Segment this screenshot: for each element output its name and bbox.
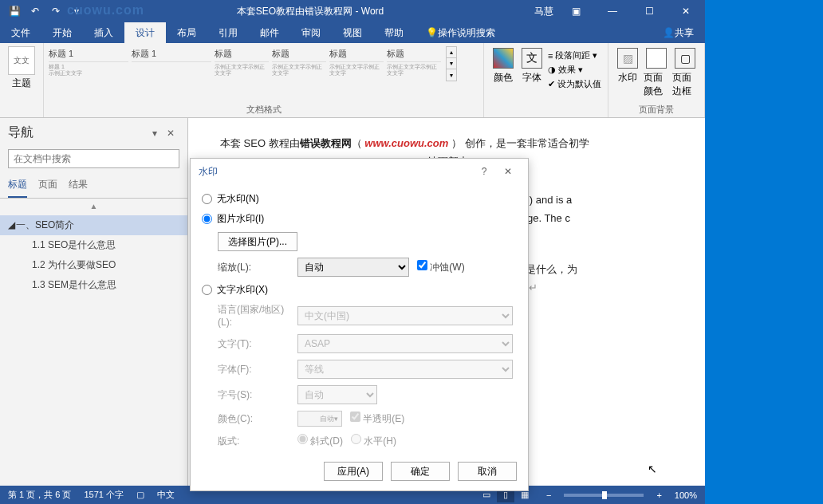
dialog-title: 水印 xyxy=(199,165,472,179)
scale-label: 缩放(L): xyxy=(218,261,289,274)
tab-layout[interactable]: 布局 xyxy=(166,22,207,43)
language-label: 语言(国家/地区)(L): xyxy=(218,303,289,328)
redo-button[interactable]: ↷ xyxy=(46,2,65,21)
font-label: 字体(F): xyxy=(218,363,289,376)
text-watermark-radio[interactable]: 文字水印(X) xyxy=(202,280,517,300)
word-count[interactable]: 1571 个字 xyxy=(84,489,124,501)
undo-button[interactable]: ↶ xyxy=(26,2,45,21)
zoom-out-button[interactable]: − xyxy=(546,490,551,500)
no-watermark-radio[interactable]: 无水印(N) xyxy=(202,189,517,209)
nav-tab-results[interactable]: 结果 xyxy=(69,178,88,198)
nav-collapse-all[interactable]: ▲ xyxy=(0,199,187,214)
zoom-in-button[interactable]: + xyxy=(656,490,661,500)
dialog-help-icon[interactable]: ? xyxy=(472,166,496,177)
nav-tab-pages[interactable]: 页面 xyxy=(38,178,57,198)
proofing-icon[interactable]: ▢ xyxy=(136,490,144,500)
watermark-button[interactable]: ▨水印 xyxy=(613,46,642,102)
group-pagebg-label: 页面背景 xyxy=(613,102,699,117)
page-color-button[interactable]: 页面颜色 xyxy=(642,46,671,102)
size-label: 字号(S): xyxy=(218,388,289,402)
effects-button[interactable]: ◑ 效果 ▾ xyxy=(548,64,601,76)
select-picture-button[interactable]: 选择图片(P)... xyxy=(218,232,297,251)
tab-tellme[interactable]: 💡 操作说明搜索 xyxy=(415,22,506,43)
close-button[interactable]: ✕ xyxy=(671,0,700,22)
page-indicator[interactable]: 第 1 页，共 6 页 xyxy=(8,489,71,501)
text-label: 文字(T): xyxy=(218,337,289,351)
minimize-button[interactable]: — xyxy=(598,0,627,22)
document-formatting-gallery[interactable]: 标题 1标题 1示例正文文字 标题 1 标题示例正文文字示例正文文字 标题示例正… xyxy=(49,46,457,102)
scale-select[interactable]: 自动 xyxy=(297,258,409,277)
nav-tab-headings[interactable]: 标题 xyxy=(8,178,27,198)
ribbon-tabs: 文件 开始 插入 设计 布局 引用 邮件 审阅 视图 帮助 💡 操作说明搜索 👤… xyxy=(0,22,705,43)
gallery-scroll[interactable]: ▴▾▾ xyxy=(446,46,457,81)
set-default-button[interactable]: ✔ 设为默认值 xyxy=(548,78,601,90)
tab-home[interactable]: 开始 xyxy=(41,22,83,43)
nav-title: 导航 xyxy=(8,124,148,141)
themes-button[interactable]: 文文 主题 xyxy=(5,46,38,114)
paragraph-spacing-button[interactable]: ≡ 段落间距 ▾ xyxy=(548,49,601,61)
nav-item[interactable]: 1.2 为什么要做SEO xyxy=(0,255,187,275)
tab-review[interactable]: 审阅 xyxy=(290,22,332,43)
picture-watermark-radio[interactable]: 图片水印(I) xyxy=(202,209,517,229)
diagonal-radio: 斜式(D) xyxy=(297,434,343,448)
layout-label: 版式: xyxy=(218,435,289,448)
maximize-button[interactable]: ☐ xyxy=(635,0,664,22)
size-select: 自动 xyxy=(297,385,377,404)
zoom-slider[interactable] xyxy=(564,494,644,497)
fonts-button[interactable]: 文字体 xyxy=(518,46,546,114)
cancel-button[interactable]: 取消 xyxy=(458,462,517,481)
save-button[interactable]: 💾 xyxy=(5,2,24,21)
navigation-pane: 导航 ▾ ✕ 标题 页面 结果 ▲ ◢一、SEO简介 1.1 SEO是什么意思 … xyxy=(0,118,188,486)
language-indicator[interactable]: 中文 xyxy=(157,489,175,501)
tab-view[interactable]: 视图 xyxy=(332,22,373,43)
nav-search-input[interactable] xyxy=(8,149,179,168)
tab-mailings[interactable]: 邮件 xyxy=(249,22,290,43)
tab-design[interactable]: 设计 xyxy=(124,22,166,43)
themes-label: 主题 xyxy=(12,77,31,90)
apply-button[interactable]: 应用(A) xyxy=(324,462,383,481)
colors-button[interactable]: 颜色 xyxy=(489,46,518,114)
nav-dropdown-icon[interactable]: ▾ xyxy=(148,128,162,139)
tab-file[interactable]: 文件 xyxy=(0,22,41,43)
semitransparent-checkbox: 半透明(E) xyxy=(350,411,404,426)
language-select: 中文(中国) xyxy=(297,306,513,325)
group-docfmt-label: 文档格式 xyxy=(49,102,478,117)
site-watermark: cuowu.com xyxy=(67,3,144,18)
dialog-close-icon[interactable]: ✕ xyxy=(496,166,520,177)
ok-button[interactable]: 确定 xyxy=(391,462,450,481)
user-name[interactable]: 马慧 xyxy=(534,5,553,18)
ribbon-options-icon[interactable]: ▣ xyxy=(561,0,590,22)
tab-help[interactable]: 帮助 xyxy=(373,22,415,43)
page-borders-button[interactable]: ▢页面边框 xyxy=(671,46,699,102)
horizontal-radio: 水平(H) xyxy=(351,434,396,448)
zoom-level[interactable]: 100% xyxy=(675,490,697,500)
nav-close-icon[interactable]: ✕ xyxy=(162,128,179,139)
tab-insert[interactable]: 插入 xyxy=(83,22,124,43)
nav-item[interactable]: 1.1 SEO是什么意思 xyxy=(0,235,187,255)
window-title: 本套SEO教程由错误教程网 - Word xyxy=(86,5,534,18)
tab-references[interactable]: 引用 xyxy=(207,22,249,43)
color-select: 自动 ▾ xyxy=(297,411,342,427)
title-bar: 💾 ↶ ↷ ▾ cuowu.com 本套SEO教程由错误教程网 - Word 马… xyxy=(0,0,705,22)
font-select: 等线 xyxy=(297,360,513,379)
share-button[interactable]: 👤 共享 xyxy=(652,22,705,43)
color-label: 颜色(C): xyxy=(218,412,289,426)
washout-checkbox[interactable]: 冲蚀(W) xyxy=(417,260,489,274)
ribbon: 文文 主题 标题 1标题 1示例正文文字 标题 1 标题示例正文文字示例正文文字… xyxy=(0,43,705,118)
watermark-dialog: 水印 ? ✕ 无水印(N) 图片水印(I) 选择图片(P)... 缩放(L): … xyxy=(190,158,529,491)
nav-item[interactable]: ◢一、SEO简介 xyxy=(0,215,187,235)
nav-item[interactable]: 1.3 SEM是什么意思 xyxy=(0,275,187,295)
text-select: ASAP xyxy=(297,334,513,353)
